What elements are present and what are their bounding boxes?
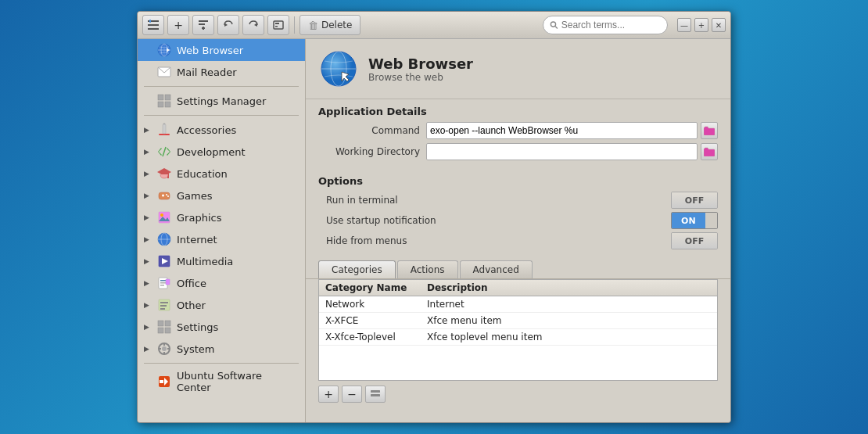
command-folder-button[interactable]	[701, 122, 718, 139]
svg-marker-9	[254, 23, 257, 27]
svg-rect-22	[165, 95, 170, 100]
sidebar-item-system[interactable]: ▶ System	[138, 338, 305, 360]
application-details-title: Application Details	[318, 106, 718, 117]
table-header: Category Name Description	[319, 280, 717, 296]
sidebar-item-games[interactable]: ▶ Games	[138, 185, 305, 206]
row-1-description: Xfce menu item	[427, 315, 711, 326]
ubuntu-software-center-icon	[156, 374, 172, 389]
svg-rect-45	[160, 280, 166, 282]
command-label: Command	[318, 125, 420, 136]
sidebar-label-internet: Internet	[177, 234, 217, 246]
sidebar-divider-3	[144, 363, 299, 364]
sidebar-label-multimedia: Multimedia	[177, 256, 233, 267]
window-controls: — + ✕	[677, 18, 726, 32]
use-startup-notification-label: Use startup notification	[318, 215, 671, 226]
table-footer: + −	[306, 381, 730, 407]
undo-button[interactable]	[217, 15, 239, 35]
sidebar-item-internet[interactable]: ▶ Internet	[138, 228, 305, 250]
sidebar-divider-2	[144, 115, 299, 116]
working-dir-input-wrap	[426, 143, 718, 160]
sidebar-item-settings-manager[interactable]: Settings Manager	[138, 90, 305, 112]
command-input[interactable]	[426, 122, 698, 139]
sidebar-item-development[interactable]: ▶ Development	[138, 141, 305, 163]
svg-rect-2	[148, 28, 159, 30]
svg-point-34	[166, 194, 167, 195]
toolbar-separator	[294, 16, 295, 34]
sidebar-label-mail-reader: Mail Reader	[177, 66, 237, 78]
app-title-area: Web Browser Browse the web	[368, 56, 473, 83]
table-remove-button[interactable]: −	[342, 386, 362, 403]
svg-rect-52	[160, 308, 165, 310]
run-in-terminal-row: Run in terminal OFF	[318, 192, 718, 209]
table-row[interactable]: X-XFCE Xfce menu item	[319, 313, 717, 329]
new-item-button[interactable]	[192, 15, 214, 35]
maximize-button[interactable]: +	[694, 18, 708, 32]
redo-button[interactable]	[242, 15, 264, 35]
sidebar: Web Browser Mail Reader	[138, 39, 306, 422]
sidebar-item-web-browser[interactable]: Web Browser	[138, 39, 305, 61]
use-startup-notification-row: Use startup notification ON	[318, 212, 718, 229]
sidebar-label-web-browser: Web Browser	[177, 45, 243, 56]
sidebar-arrow-internet: ▶	[144, 235, 152, 243]
svg-rect-51	[160, 305, 167, 307]
sidebar-item-mail-reader[interactable]: Mail Reader	[138, 61, 305, 83]
sidebar-label-ubuntu-software-center: Ubuntu Software Center	[177, 370, 299, 393]
sidebar-label-system: System	[177, 343, 214, 355]
options-section: Options Run in terminal OFF Use startup …	[306, 170, 730, 257]
sidebar-arrow-other: ▶	[144, 301, 152, 309]
app-icon-area	[318, 48, 359, 89]
svg-rect-65	[160, 380, 163, 383]
minimize-button[interactable]: —	[677, 18, 691, 32]
svg-rect-5	[199, 23, 205, 25]
main-content: Web Browser Browse the web Application D…	[306, 39, 730, 422]
svg-rect-24	[165, 102, 170, 107]
education-icon	[156, 166, 172, 181]
add-button[interactable]: +	[167, 15, 189, 35]
run-in-terminal-toggle[interactable]: OFF	[671, 192, 718, 209]
hide-from-menus-label: Hide from menus	[318, 235, 671, 246]
svg-rect-21	[158, 95, 163, 100]
table-edit-button[interactable]	[365, 386, 386, 403]
table-row[interactable]: X-Xfce-Toplevel Xfce toplevel menu item	[319, 329, 717, 346]
sidebar-item-settings[interactable]: ▶ Settings	[138, 316, 305, 338]
sidebar-divider-1	[144, 86, 299, 87]
col-category-name: Category Name	[325, 282, 427, 293]
tab-actions[interactable]: Actions	[397, 260, 458, 278]
sidebar-item-accessories[interactable]: ▶ Accessories	[138, 119, 305, 141]
sidebar-item-graphics[interactable]: ▶ Graphics	[138, 206, 305, 228]
menu-editor-icon-btn[interactable]	[142, 15, 164, 35]
svg-rect-48	[166, 279, 170, 285]
row-0-description: Internet	[427, 299, 711, 310]
working-dir-folder-button[interactable]	[701, 143, 718, 160]
tab-categories[interactable]: Categories	[318, 260, 396, 278]
sidebar-label-games: Games	[177, 190, 212, 202]
sidebar-item-multimedia[interactable]: ▶ Multimedia	[138, 250, 305, 272]
sidebar-item-other[interactable]: ▶ Other	[138, 294, 305, 316]
sidebar-arrow-office: ▶	[144, 279, 152, 287]
delete-button[interactable]: 🗑 Delete	[299, 15, 360, 35]
settings-icon	[156, 319, 172, 335]
use-startup-notification-toggle[interactable]: ON	[671, 212, 718, 229]
svg-rect-53	[158, 321, 163, 326]
sidebar-arrow-settings: ▶	[144, 323, 152, 331]
working-dir-input[interactable]	[426, 143, 698, 160]
hide-from-menus-toggle[interactable]: OFF	[671, 232, 718, 249]
properties-button[interactable]	[267, 15, 289, 35]
search-input[interactable]	[561, 20, 661, 30]
web-browser-icon	[156, 42, 172, 58]
sidebar-item-office[interactable]: ▶ Office	[138, 272, 305, 294]
sidebar-arrow-multimedia: ▶	[144, 257, 152, 265]
multimedia-icon	[156, 253, 172, 269]
sidebar-arrow-system: ▶	[144, 345, 152, 353]
sidebar-item-ubuntu-software-center[interactable]: Ubuntu Software Center	[138, 367, 305, 396]
svg-line-14	[555, 27, 558, 29]
table-row[interactable]: Network Internet	[319, 296, 717, 313]
sidebar-item-education[interactable]: ▶ Education	[138, 163, 305, 185]
close-button[interactable]: ✕	[712, 18, 726, 32]
svg-rect-54	[165, 321, 170, 326]
tab-advanced[interactable]: Advanced	[460, 260, 533, 278]
table-add-button[interactable]: +	[318, 386, 339, 403]
sidebar-label-development: Development	[177, 146, 246, 158]
search-box[interactable]	[543, 16, 668, 34]
office-icon	[156, 275, 172, 291]
